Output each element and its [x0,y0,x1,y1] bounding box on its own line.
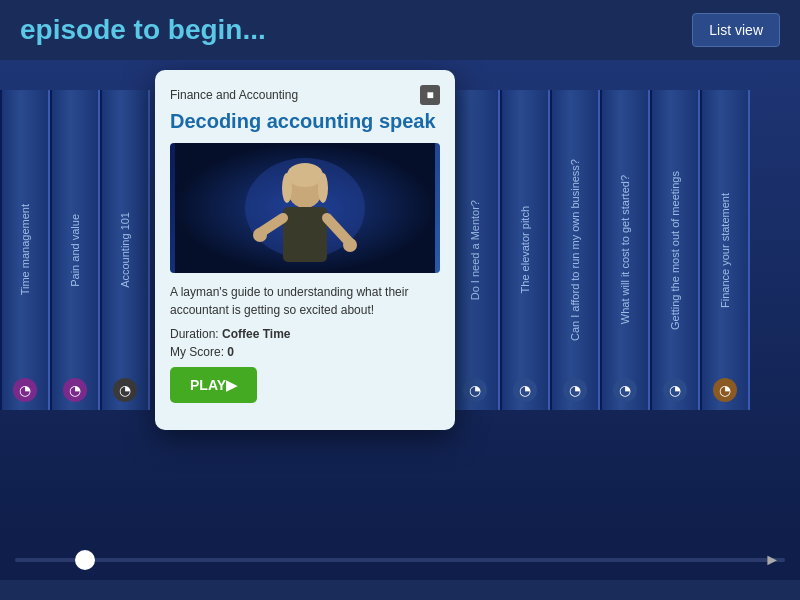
svg-point-10 [343,238,357,252]
svg-point-5 [318,173,328,203]
spine-right-0[interactable]: Do I need a Mentor? ◔ [450,90,500,410]
svg-point-4 [282,173,292,203]
scrollbar-thumb[interactable] [75,550,95,570]
clock-icon: ◔ [519,382,531,398]
clock-icon: ◔ [569,382,581,398]
spine-label: Getting the most out of meetings [664,171,686,330]
page-title: episode to begin... [20,14,266,46]
scrollbar-arrow[interactable]: ► [764,551,780,569]
spine-dot: ◔ [63,378,87,402]
spine-right-3[interactable]: What will it cost to get started? ◔ [600,90,650,410]
spine-left-0[interactable]: Time management ◔ [0,90,50,410]
clock-icon: ◔ [69,382,81,398]
spines-container: Time management ◔ Pain and value ◔ Accou… [0,60,800,420]
spine-label: What will it cost to get started? [614,175,636,324]
clock-icon: ◔ [469,382,481,398]
spine-label: Accounting 101 [114,212,136,288]
spine-right-1[interactable]: The elevator pitch ◔ [500,90,550,410]
scrollbar-area: ► [0,540,800,580]
spine-dot: ◔ [563,378,587,402]
svg-rect-6 [283,207,327,262]
clock-icon: ◔ [669,382,681,398]
clock-icon: ◔ [19,382,31,398]
svg-point-9 [253,228,267,242]
svg-point-3 [287,163,323,187]
clock-icon: ◔ [719,382,731,398]
header: episode to begin... List view [0,0,800,60]
spine-left-2[interactable]: Accounting 101 ◔ [100,90,150,410]
clock-icon: ◔ [619,382,631,398]
spine-left-1[interactable]: Pain and value ◔ [50,90,100,410]
card-title: Decoding accounting speak [170,109,440,133]
expanded-card: Finance and Accounting ■ Decoding accoun… [155,70,455,430]
card-score: My Score: 0 [170,345,440,359]
spine-label: Time management [14,204,36,295]
main-area: Time management ◔ Pain and value ◔ Accou… [0,60,800,540]
card-category: Finance and Accounting ■ [170,85,440,105]
card-image [170,143,440,273]
card-close-button[interactable]: ■ [420,85,440,105]
spine-label: Finance your statement [714,193,736,308]
spine-dot: ◔ [113,378,137,402]
card-description: A layman's guide to understanding what t… [170,283,440,319]
spine-dot: ◔ [13,378,37,402]
spine-label: Pain and value [64,214,86,287]
clock-icon: ◔ [119,382,131,398]
spine-right-4[interactable]: Getting the most out of meetings ◔ [650,90,700,410]
spine-dot: ◔ [713,378,737,402]
spine-right-2[interactable]: Can I afford to run my own business? ◔ [550,90,600,410]
card-duration: Duration: Coffee Time [170,327,440,341]
spine-dot: ◔ [663,378,687,402]
right-spines: Do I need a Mentor? ◔ The elevator pitch… [450,90,750,410]
spine-label: Do I need a Mentor? [464,200,486,300]
scrollbar-track[interactable] [15,558,785,562]
spine-label: Can I afford to run my own business? [564,159,586,341]
list-view-button[interactable]: List view [692,13,780,47]
spine-label: The elevator pitch [514,206,536,293]
play-button[interactable]: PLAY▶ [170,367,257,403]
left-spines: Time management ◔ Pain and value ◔ Accou… [0,90,150,410]
spine-dot: ◔ [513,378,537,402]
spine-right-5[interactable]: Finance your statement ◔ [700,90,750,410]
spine-dot: ◔ [613,378,637,402]
spine-dot: ◔ [463,378,487,402]
